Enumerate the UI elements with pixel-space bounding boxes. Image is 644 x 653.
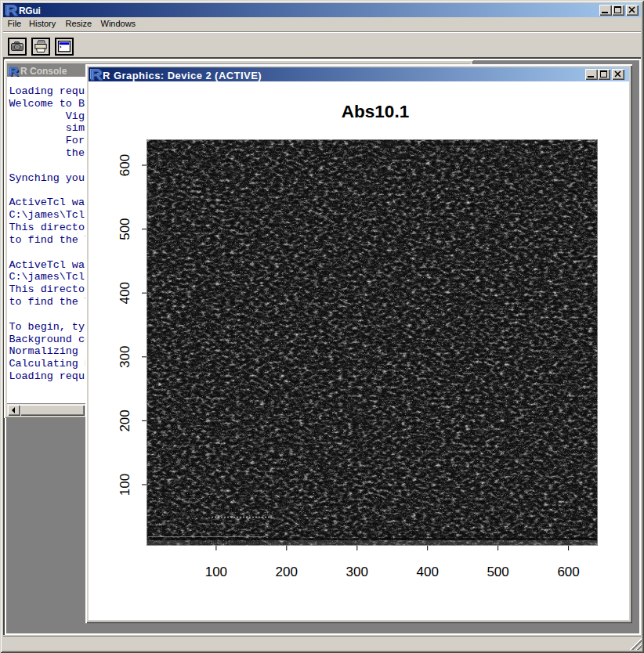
- svg-text:100: 100: [118, 474, 132, 496]
- svg-text:Abs10.1: Abs10.1: [342, 102, 409, 121]
- svg-text:300: 300: [118, 346, 132, 368]
- svg-text:400: 400: [417, 565, 439, 579]
- svg-text:200: 200: [118, 409, 132, 431]
- svg-text:500: 500: [487, 565, 508, 579]
- svg-text:400: 400: [118, 282, 132, 304]
- svg-text:600: 600: [557, 565, 579, 579]
- svg-text:500: 500: [118, 218, 132, 240]
- svg-text:200: 200: [276, 565, 298, 579]
- svg-text:600: 600: [118, 154, 132, 176]
- svg-text:100: 100: [205, 565, 227, 579]
- svg-text:CALECUM MICROARRAY: CALECUM MICROARRAY: [190, 539, 262, 547]
- svg-text:300: 300: [346, 565, 368, 579]
